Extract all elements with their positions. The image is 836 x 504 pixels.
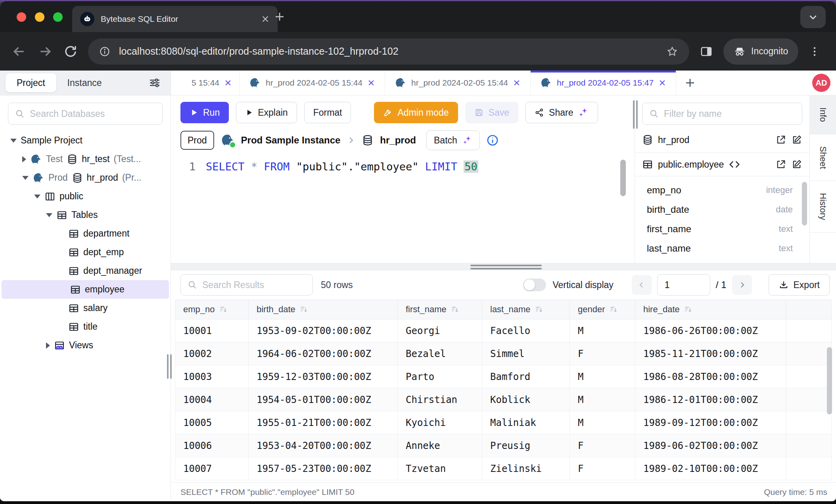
tab-project[interactable]: Project bbox=[6, 73, 56, 92]
minimize-window-button[interactable] bbox=[35, 12, 44, 22]
open-external-icon[interactable] bbox=[775, 134, 786, 145]
query-tab[interactable]: hr_prod 2024-02-05 15:44 bbox=[385, 71, 531, 95]
column-row[interactable]: first_nametext bbox=[647, 219, 799, 239]
tree-item[interactable]: dept_emp bbox=[0, 243, 171, 262]
filter-settings-icon[interactable] bbox=[148, 76, 161, 89]
rail-tab-info[interactable]: Info bbox=[810, 95, 836, 134]
search-databases-input[interactable]: Search Databases bbox=[8, 103, 163, 125]
url-text[interactable]: localhost:8080/sql-editor/prod-sample-in… bbox=[119, 46, 658, 57]
new-query-tab-button[interactable] bbox=[676, 71, 704, 95]
column-list-scrollbar[interactable] bbox=[802, 182, 807, 225]
close-tab-icon[interactable] bbox=[367, 79, 375, 87]
rail-tab-sheet[interactable]: Sheet bbox=[810, 134, 836, 181]
column-row[interactable]: birth_datedate bbox=[647, 200, 799, 219]
column-header-emp_no[interactable]: emp_no bbox=[175, 300, 249, 319]
side-panel-icon[interactable] bbox=[700, 45, 713, 58]
close-window-button[interactable] bbox=[17, 12, 26, 22]
admin-mode-button[interactable]: Admin mode bbox=[374, 102, 458, 123]
close-tab-icon[interactable] bbox=[658, 79, 666, 87]
table-row[interactable]: 100031959-12-03T00:00:00ZPartoBamfordM19… bbox=[175, 365, 832, 388]
sort-icon[interactable] bbox=[451, 305, 459, 314]
table-row[interactable]: 100061953-04-20T00:00:00ZAnnekePreusigF1… bbox=[175, 434, 832, 457]
save-button[interactable]: Save bbox=[465, 102, 518, 123]
tree-item[interactable]: salary bbox=[0, 299, 171, 317]
zoom-window-button[interactable] bbox=[53, 12, 63, 22]
info-circle-icon[interactable] bbox=[486, 134, 499, 147]
caret-down-icon[interactable] bbox=[10, 139, 17, 143]
sort-icon[interactable] bbox=[219, 305, 228, 314]
edit-icon[interactable] bbox=[791, 159, 802, 170]
tab-search-button[interactable] bbox=[800, 6, 826, 28]
new-tab-icon[interactable] bbox=[274, 11, 286, 23]
batch-button[interactable]: Batch bbox=[426, 130, 480, 150]
forward-icon[interactable] bbox=[37, 44, 53, 59]
table-row[interactable]: 100051955-01-21T00:00:00ZKyoichiMaliniak… bbox=[175, 411, 832, 434]
tree-item[interactable]: dept_manager bbox=[0, 262, 171, 280]
query-tab[interactable]: 5 15:44 bbox=[171, 71, 240, 95]
splitter-handle[interactable] bbox=[470, 263, 542, 271]
results-scrollbar[interactable] bbox=[827, 347, 832, 414]
database-name[interactable]: hr_prod bbox=[380, 135, 416, 146]
caret-right-icon[interactable] bbox=[46, 342, 50, 349]
environment-chip[interactable]: Prod bbox=[180, 131, 214, 150]
close-tab-icon[interactable] bbox=[224, 79, 232, 87]
caret-down-icon[interactable] bbox=[46, 213, 52, 217]
tree-item[interactable]: department bbox=[0, 224, 171, 243]
column-header-gender[interactable]: gender bbox=[570, 300, 635, 319]
code-icon[interactable] bbox=[729, 158, 740, 170]
sort-icon[interactable] bbox=[609, 305, 618, 314]
tree-item[interactable]: Testhr_test(Test... bbox=[0, 150, 171, 168]
column-header-last_name[interactable]: last_name bbox=[482, 300, 570, 319]
tab-instance[interactable]: Instance bbox=[56, 73, 113, 92]
tree-item[interactable]: Prodhr_prod(Pr... bbox=[0, 168, 171, 187]
sort-icon[interactable] bbox=[684, 305, 692, 314]
tree-item[interactable]: public bbox=[0, 187, 171, 206]
sort-icon[interactable] bbox=[535, 305, 543, 314]
caret-down-icon[interactable] bbox=[22, 176, 29, 180]
sort-icon[interactable] bbox=[299, 305, 308, 314]
tree-item-selected[interactable]: employee bbox=[2, 280, 169, 299]
column-header-first_name[interactable]: first_name bbox=[398, 300, 482, 319]
browser-menu-icon[interactable] bbox=[809, 46, 821, 57]
instance-name[interactable]: Prod Sample Instance bbox=[241, 135, 341, 146]
back-icon[interactable] bbox=[11, 44, 27, 59]
share-button[interactable]: Share bbox=[525, 102, 598, 123]
page-number-input[interactable] bbox=[657, 274, 710, 296]
search-results-input[interactable]: Search Results bbox=[180, 274, 313, 296]
results-splitter[interactable] bbox=[171, 263, 836, 270]
user-avatar[interactable]: AD bbox=[812, 74, 830, 92]
export-button[interactable]: Export bbox=[769, 274, 830, 296]
run-button[interactable]: Run bbox=[180, 102, 229, 123]
column-header-hire_date[interactable]: hire_date bbox=[635, 300, 786, 319]
sql-code-area[interactable]: 1 SELECT * FROM "public"."employee" LIMI… bbox=[171, 154, 635, 263]
tree-item[interactable]: Views bbox=[0, 336, 171, 355]
caret-right-icon[interactable] bbox=[22, 156, 26, 162]
explain-button[interactable]: Explain bbox=[236, 102, 297, 123]
column-row[interactable]: emp_nointeger bbox=[647, 180, 799, 200]
table-row[interactable]: 100041954-05-01T00:00:00ZChirstianKoblic… bbox=[175, 388, 832, 411]
browser-tab[interactable]: Bytebase SQL Editor bbox=[72, 6, 278, 32]
close-tab-icon[interactable] bbox=[261, 15, 270, 23]
reload-icon[interactable] bbox=[63, 44, 78, 59]
next-page-button[interactable] bbox=[732, 275, 752, 295]
editor-panel-resize-handle[interactable] bbox=[633, 100, 638, 129]
site-info-icon[interactable] bbox=[99, 46, 110, 57]
table-row[interactable]: 100021964-06-02T00:00:00ZBezalelSimmelF1… bbox=[175, 342, 832, 365]
column-row[interactable]: last_nametext bbox=[647, 239, 799, 258]
prev-page-button[interactable] bbox=[632, 275, 652, 295]
caret-down-icon[interactable] bbox=[34, 195, 40, 199]
rail-tab-history[interactable]: History bbox=[810, 181, 836, 232]
tree-item[interactable]: Sample Project bbox=[0, 131, 171, 150]
table-row[interactable]: 100011953-09-02T00:00:00ZGeorgiFacelloM1… bbox=[175, 319, 832, 342]
url-bar[interactable]: localhost:8080/sql-editor/prod-sample-in… bbox=[88, 38, 689, 65]
close-tab-icon[interactable] bbox=[513, 79, 521, 87]
format-button[interactable]: Format bbox=[304, 102, 351, 123]
edit-icon[interactable] bbox=[791, 134, 802, 145]
table-row[interactable]: 100071957-05-23T00:00:00ZTzvetanZielinsk… bbox=[175, 457, 832, 480]
open-external-icon[interactable] bbox=[775, 159, 786, 170]
tree-item[interactable]: title bbox=[0, 317, 171, 336]
query-tab[interactable]: hr_prod 2024-02-05 15:44 bbox=[240, 71, 385, 95]
filter-by-name-input[interactable]: Filter by name bbox=[642, 103, 802, 125]
column-header-birth_date[interactable]: birth_date bbox=[249, 300, 398, 319]
query-tab-active[interactable]: hr_prod 2024-02-05 15:47 bbox=[531, 71, 676, 95]
